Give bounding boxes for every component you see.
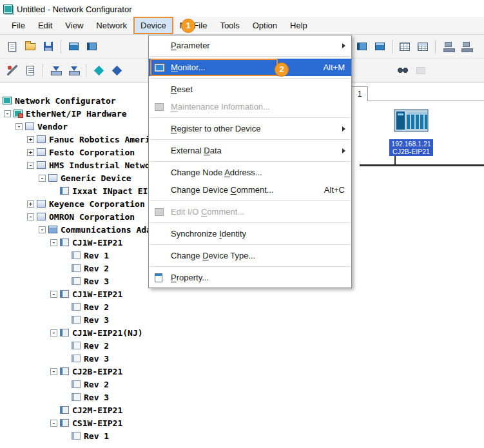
rev-icon bbox=[72, 303, 81, 311]
menu-view[interactable]: View bbox=[59, 17, 90, 34]
open-button[interactable] bbox=[22, 38, 39, 55]
device-node[interactable]: 192.168.1.21 CJ2B-EIP21 bbox=[389, 106, 433, 156]
menu-item-synchronize-identity[interactable]: Synchronize Identity bbox=[149, 225, 351, 242]
collapse-icon[interactable]: - bbox=[50, 291, 57, 298]
tree-item-label: CJ2B-EIP21 bbox=[72, 367, 122, 376]
tree-item-rev-3[interactable]: Rev 3 bbox=[0, 313, 296, 326]
collapse-icon[interactable]: - bbox=[50, 239, 57, 246]
stamp-a-button[interactable] bbox=[440, 38, 456, 55]
io-table-button[interactable] bbox=[414, 38, 431, 55]
rev-icon bbox=[72, 316, 81, 324]
menu-item-label: Reset bbox=[171, 84, 193, 94]
stamp-icon bbox=[445, 42, 452, 47]
menu-item-parameter[interactable]: Parameter bbox=[149, 37, 351, 54]
tree-item-label: Vendor bbox=[37, 122, 68, 131]
collapse-icon[interactable]: - bbox=[27, 162, 34, 169]
tree-item-cj1w-eip21-nj[interactable]: -CJ1W-EIP21(NJ) bbox=[0, 326, 296, 339]
tree-item-label: Rev 2 bbox=[84, 264, 109, 273]
stamp-icon bbox=[463, 42, 470, 47]
menu-item-reset[interactable]: Reset bbox=[149, 81, 351, 98]
collapse-icon[interactable]: - bbox=[50, 329, 57, 336]
diamond-blue-button[interactable] bbox=[108, 62, 125, 79]
toolbar-separator bbox=[435, 40, 436, 54]
menu-item-change-node-address[interactable]: Change Node Address... bbox=[149, 164, 351, 181]
rev-icon bbox=[72, 277, 81, 285]
dev-icon bbox=[60, 367, 69, 375]
tree-item-rev-2[interactable]: Rev 2 bbox=[0, 378, 296, 391]
menu-item-label: Edit I/O Comment... bbox=[171, 207, 244, 217]
annotation-frame-monitor bbox=[150, 59, 278, 76]
tree-item-label: OMRON Corporation bbox=[49, 212, 135, 222]
diamond-teal-button[interactable] bbox=[90, 62, 107, 79]
tree-item-rev-1[interactable]: Rev 1 bbox=[0, 429, 296, 442]
stamp-b-button[interactable] bbox=[458, 38, 474, 55]
tree-item-cs1w-eip21[interactable]: -CS1W-EIP21 bbox=[0, 416, 296, 429]
tree-item-rev-3[interactable]: Rev 3 bbox=[0, 391, 296, 404]
download-to-device-button[interactable] bbox=[47, 62, 64, 79]
network-view-button[interactable] bbox=[83, 38, 100, 55]
toolbar-separator bbox=[392, 40, 392, 54]
menu-shortcut: Alt+M bbox=[323, 63, 345, 72]
menu-item-maintenance-information: Maintenance Information... bbox=[149, 98, 351, 115]
collapse-icon[interactable]: - bbox=[15, 123, 23, 130]
expand-icon[interactable]: + bbox=[27, 136, 34, 143]
app-icon bbox=[3, 5, 13, 14]
menu-item-register-to-other-device[interactable]: Register to other Device bbox=[149, 120, 351, 137]
menu-device[interactable]: Device bbox=[133, 17, 173, 34]
new-button[interactable] bbox=[4, 38, 21, 55]
dev-icon bbox=[60, 329, 69, 336]
menu-network[interactable]: Network bbox=[90, 17, 133, 34]
menu-tools[interactable]: Tools bbox=[213, 17, 246, 34]
tree-item-label: Network Configurator bbox=[15, 96, 116, 106]
tree-item-label: HMS Industrial Networks bbox=[49, 161, 165, 170]
find-button[interactable] bbox=[394, 62, 411, 79]
collapse-icon[interactable]: - bbox=[39, 175, 46, 182]
tree-item-rev-2[interactable]: Rev 2 bbox=[0, 339, 296, 352]
menu-edit[interactable]: Edit bbox=[32, 17, 59, 34]
menu-separator bbox=[150, 117, 350, 118]
hardware-view-button[interactable] bbox=[65, 38, 82, 55]
menu-option[interactable]: Option bbox=[246, 17, 284, 34]
tree-item-label: Rev 3 bbox=[84, 393, 109, 402]
device-model: CJ2B-EIP21 bbox=[390, 148, 432, 155]
collapse-icon[interactable]: - bbox=[27, 213, 34, 220]
menu-item-change-device-comment[interactable]: Change Device Comment...Alt+C bbox=[149, 181, 351, 199]
upload-from-device-button[interactable] bbox=[65, 62, 82, 79]
tree-item-rev-3[interactable]: Rev 3 bbox=[0, 352, 296, 365]
down-icon bbox=[51, 66, 61, 75]
floppy-icon bbox=[44, 42, 53, 51]
menu-help[interactable]: Help bbox=[284, 17, 314, 34]
collapse-icon[interactable]: - bbox=[4, 110, 11, 117]
menu-item-label: Register to other Device bbox=[171, 124, 260, 133]
toolbar-separator bbox=[86, 64, 86, 77]
monitor-icon bbox=[155, 64, 164, 72]
expand-icon[interactable]: + bbox=[27, 149, 34, 156]
tree-item-label: Keyence Corporation bbox=[49, 199, 145, 209]
node-group-view-button[interactable] bbox=[371, 38, 388, 55]
collapse-icon[interactable]: - bbox=[50, 420, 57, 427]
vendor-icon bbox=[25, 122, 34, 130]
sheet-button[interactable] bbox=[22, 62, 39, 79]
tree-item-cj1w-eip21[interactable]: -CJ1W-EIP21 bbox=[0, 287, 296, 300]
save-button[interactable] bbox=[40, 38, 57, 55]
collapse-icon[interactable]: - bbox=[39, 226, 46, 233]
page-icon bbox=[8, 42, 16, 52]
device-table-button[interactable] bbox=[396, 38, 413, 55]
network-tab-1[interactable]: 1 bbox=[351, 86, 368, 101]
menu-item-change-device-type[interactable]: Change Device Type... bbox=[149, 247, 351, 264]
menu-file[interactable]: File bbox=[5, 17, 32, 34]
submenu-arrow-icon bbox=[342, 148, 345, 153]
tree-item-rev-2[interactable]: Rev 2 bbox=[0, 300, 296, 313]
tree-item-cj2m-eip21[interactable]: CJ2M-EIP21 bbox=[0, 404, 296, 416]
rev-icon bbox=[72, 355, 81, 362]
device-ip: 192.168.1.21 bbox=[390, 140, 432, 148]
menu-item-external-data[interactable]: External Data bbox=[149, 142, 351, 159]
single-node-view-button[interactable] bbox=[353, 38, 370, 55]
network-setup-button[interactable] bbox=[4, 62, 21, 79]
menu-item-property[interactable]: Property... bbox=[149, 269, 351, 286]
collapse-icon[interactable]: - bbox=[50, 368, 57, 375]
diamond-blue-icon bbox=[111, 65, 122, 75]
tree-item-cj2b-eip21[interactable]: -CJ2B-EIP21 bbox=[0, 365, 296, 378]
menu-item-monitor[interactable]: Monitor...Alt+M bbox=[149, 59, 351, 76]
expand-icon[interactable]: + bbox=[27, 200, 34, 208]
